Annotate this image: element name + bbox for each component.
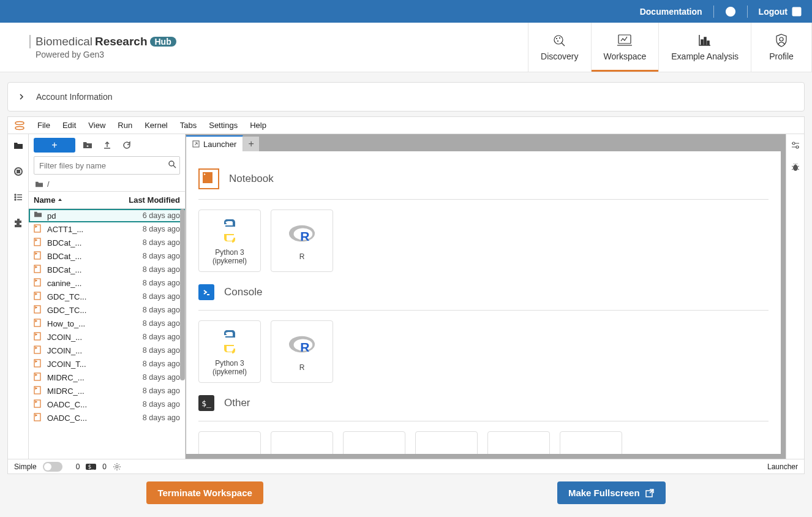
add-tab-button[interactable]: + — [243, 137, 259, 151]
terminal-status-icon: $_ — [86, 464, 96, 470]
file-row[interactable]: OADC_C...8 days ago — [29, 411, 185, 425]
header: Biomedical Research Hub Powered by Gen3 … — [0, 23, 812, 72]
file-row[interactable]: BDCat_...8 days ago — [29, 249, 185, 263]
fb-toolbar: + — [29, 134, 185, 156]
file-row[interactable]: OADC_C...8 days ago — [29, 398, 185, 411]
launcher-card-other-1[interactable] — [198, 431, 261, 454]
file-row[interactable]: MIDRC_...8 days ago — [29, 384, 185, 398]
property-inspector-icon[interactable] — [791, 140, 800, 150]
new-launcher-button[interactable]: + — [34, 138, 75, 153]
launcher-card-other-5[interactable]: D — [487, 431, 550, 454]
refresh-button[interactable] — [119, 138, 134, 153]
menu-help[interactable]: Help — [244, 121, 273, 130]
folder-icon[interactable] — [13, 140, 24, 151]
documentation-link[interactable]: Documentation — [640, 7, 702, 17]
file-browser: + / Name Last — [29, 134, 186, 459]
nav-discovery[interactable]: Discovery — [528, 23, 590, 72]
menu-run[interactable]: Run — [111, 121, 138, 130]
jupyter-menubar: File Edit View Run Kernel Tabs Settings … — [8, 117, 804, 134]
simple-label: Simple — [14, 462, 37, 471]
file-modified: 8 days ago — [122, 265, 180, 274]
filter-input[interactable] — [34, 156, 180, 175]
running-icon[interactable] — [13, 166, 24, 177]
nav-tabs: Discovery Workspace Example Analysis Pro… — [528, 23, 812, 72]
launcher-card-other-3[interactable]: M — [343, 431, 405, 454]
file-row[interactable]: BDCat_...8 days ago — [29, 263, 185, 276]
separator — [747, 6, 748, 18]
svg-point-5 — [559, 38, 560, 39]
tab-launcher[interactable]: Launcher — [186, 135, 243, 151]
svg-point-13 — [15, 126, 24, 129]
menu-view[interactable]: View — [82, 121, 111, 130]
file-row[interactable]: How_to_...8 days ago — [29, 317, 185, 330]
menu-tabs[interactable]: Tabs — [174, 121, 203, 130]
logout-link[interactable]: Logout — [759, 6, 802, 17]
file-row[interactable]: GDC_TC...8 days ago — [29, 303, 185, 317]
launcher-card-python-console[interactable]: Python 3 (ipykernel) — [198, 320, 261, 383]
search-icon — [168, 160, 176, 168]
menu-file[interactable]: File — [31, 121, 56, 130]
file-name: BDCat_... — [47, 265, 122, 274]
launcher-card-python-notebook[interactable]: Python 3 (ipykernel) — [198, 209, 261, 272]
user-icon[interactable] — [725, 6, 736, 17]
new-folder-button[interactable] — [80, 138, 95, 153]
col-modified-header[interactable]: Last Modified — [118, 192, 185, 208]
bottom-buttons: Terminate Workspace Make Fullscreen — [7, 474, 805, 511]
brand-title: Biomedical Research Hub — [29, 35, 176, 48]
breadcrumb-root: / — [47, 179, 50, 189]
launcher-card-r-notebook[interactable]: R R — [271, 209, 333, 272]
file-row[interactable]: MIDRC_...8 days ago — [29, 371, 185, 384]
kernel-count: 0 — [76, 462, 80, 471]
upload-button[interactable] — [100, 138, 115, 153]
notebook-file-icon — [34, 345, 43, 355]
file-row[interactable]: JCOIN_T...8 days ago — [29, 357, 185, 371]
menu-kernel[interactable]: Kernel — [138, 121, 174, 130]
make-fullscreen-button[interactable]: Make Fullscreen — [557, 481, 666, 504]
file-row[interactable]: canine_...8 days ago — [29, 276, 185, 290]
simple-toggle[interactable] — [43, 462, 62, 472]
scrollbar[interactable] — [180, 209, 185, 380]
terminate-workspace-button[interactable]: Terminate Workspace — [146, 481, 263, 504]
terminal-icon: $_ — [198, 395, 214, 411]
file-name: pd — [47, 211, 122, 221]
file-modified: 8 days ago — [122, 387, 180, 395]
settings-status-icon[interactable] — [113, 462, 121, 471]
menu-settings[interactable]: Settings — [203, 121, 244, 130]
breadcrumb[interactable]: / — [29, 177, 185, 191]
col-name-header[interactable]: Name — [29, 192, 118, 208]
extension-icon[interactable] — [13, 217, 24, 228]
card-label: Python 3 (ipykernel) — [203, 359, 257, 377]
tab-label: Launcher — [203, 140, 236, 149]
svg-point-18 — [15, 199, 16, 200]
file-row[interactable]: pd6 days ago — [29, 209, 185, 222]
launcher-panel: Notebook Python 3 (ipykernel) R R — [186, 151, 781, 454]
launch-icon — [192, 140, 200, 148]
launcher-heading-console: Console — [198, 284, 781, 300]
file-row[interactable]: JCOIN_...8 days ago — [29, 330, 185, 344]
file-modified: 8 days ago — [122, 238, 180, 247]
file-row[interactable]: ACTT1_...8 days ago — [29, 222, 185, 236]
file-row[interactable]: GDC_TC...8 days ago — [29, 290, 185, 303]
launcher-card-other-6[interactable] — [560, 431, 622, 454]
toc-icon[interactable] — [13, 192, 24, 203]
card-label: R — [299, 363, 305, 372]
launcher-card-other-4[interactable] — [415, 431, 478, 454]
launcher-card-other-2[interactable] — [271, 431, 333, 454]
file-modified: 8 days ago — [122, 360, 180, 368]
file-row[interactable]: BDCat_...8 days ago — [29, 236, 185, 249]
file-modified: 8 days ago — [122, 400, 180, 409]
account-info-toggle[interactable]: Account Information — [7, 82, 805, 111]
menu-edit[interactable]: Edit — [56, 121, 82, 130]
notebook-file-icon — [34, 251, 43, 261]
brand-subtitle: Powered by Gen3 — [36, 50, 176, 59]
svg-text:R: R — [300, 228, 309, 243]
nav-profile[interactable]: Profile — [751, 23, 812, 72]
debugger-icon[interactable] — [791, 162, 800, 172]
nav-workspace[interactable]: Workspace — [591, 23, 659, 72]
file-row[interactable]: JCOIN_...8 days ago — [29, 344, 185, 357]
launcher-heading-label: Other — [224, 397, 250, 409]
nav-example-analysis[interactable]: Example Analysis — [658, 23, 751, 72]
jupyter-logo-icon — [14, 120, 25, 131]
folder-icon — [34, 211, 43, 221]
launcher-card-r-console[interactable]: R R — [271, 320, 333, 383]
